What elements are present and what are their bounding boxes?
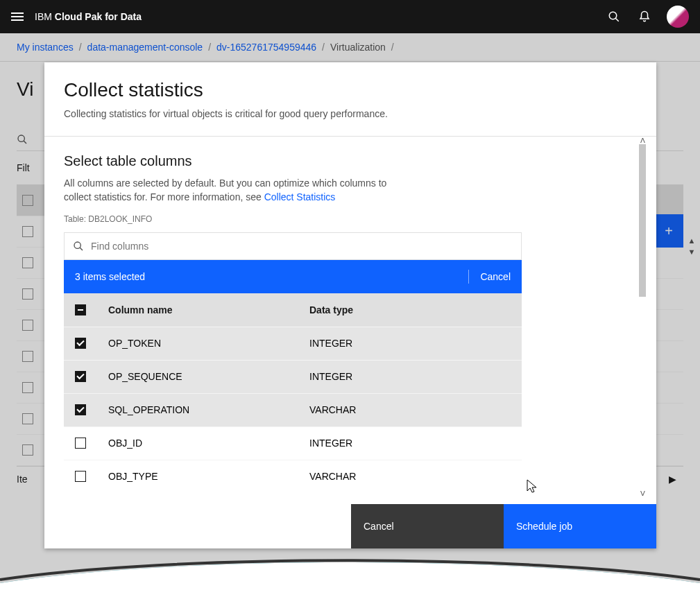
divider: [468, 270, 469, 284]
modal-title: Collect statistics: [64, 79, 637, 101]
search-icon: [73, 241, 84, 252]
table-row[interactable]: OBJ_TYPEVARCHAR: [64, 460, 522, 493]
column-type: VARCHAR: [309, 404, 511, 415]
row-checkbox[interactable]: [75, 404, 86, 415]
column-name: SQL_OPERATION: [108, 404, 309, 415]
menu-icon[interactable]: [11, 12, 24, 21]
selection-count: 3 items selected: [75, 271, 145, 282]
section-description: All columns are selected by default. But…: [64, 176, 397, 205]
selection-bar: 3 items selected Cancel: [64, 260, 522, 293]
svg-line-5: [80, 248, 83, 250]
modal-footer: Cancel Schedule job: [44, 504, 656, 548]
column-name: OP_TOKEN: [108, 338, 309, 349]
find-columns-input[interactable]: [91, 241, 513, 252]
table-header: Column name Data type: [64, 293, 522, 327]
column-name: OBJ_TYPE: [108, 471, 309, 482]
avatar[interactable]: [667, 6, 689, 28]
table-row[interactable]: OP_SEQUENCEINTEGER: [64, 360, 522, 393]
svg-line-1: [615, 18, 619, 21]
table-row[interactable]: OP_TOKENINTEGER: [64, 327, 522, 360]
row-checkbox[interactable]: [75, 471, 86, 482]
column-type: INTEGER: [309, 371, 511, 382]
brand-label: IBM Cloud Pak for Data: [35, 11, 142, 22]
column-header-name: Column name: [108, 304, 309, 315]
collect-statistics-link[interactable]: Collect Statistics: [264, 191, 336, 202]
column-name: OBJ_ID: [108, 438, 309, 449]
decorative-wave: [0, 555, 700, 597]
modal-subtitle: Collecting statistics for virtual object…: [64, 108, 637, 119]
scroll-up-icon[interactable]: ᐱ: [640, 137, 645, 144]
selection-cancel-button[interactable]: Cancel: [480, 271, 511, 282]
notification-icon[interactable]: [636, 8, 653, 25]
row-checkbox[interactable]: [75, 338, 86, 349]
columns-table: Column name Data type OP_TOKENINTEGEROP_…: [64, 293, 522, 493]
column-name: OP_SEQUENCE: [108, 371, 309, 382]
scroll-down-icon[interactable]: ᐯ: [640, 490, 645, 497]
search-icon[interactable]: [606, 8, 622, 25]
table-row[interactable]: SQL_OPERATIONVARCHAR: [64, 393, 522, 426]
schedule-job-button[interactable]: Schedule job: [504, 504, 656, 548]
top-header: IBM Cloud Pak for Data: [0, 0, 700, 33]
column-type: INTEGER: [309, 438, 511, 449]
column-header-type: Data type: [309, 304, 511, 315]
find-columns-search[interactable]: [64, 232, 522, 260]
row-checkbox[interactable]: [75, 371, 86, 382]
column-type: VARCHAR: [309, 471, 511, 482]
cancel-button[interactable]: Cancel: [351, 504, 504, 548]
svg-point-0: [609, 12, 617, 19]
collect-statistics-modal: Collect statistics Collecting statistics…: [44, 62, 656, 548]
modal-scrollbar[interactable]: ᐱ ᐯ: [637, 137, 648, 497]
table-row[interactable]: OBJ_IDINTEGER: [64, 426, 522, 460]
svg-point-4: [74, 242, 80, 248]
section-title: Select table columns: [64, 153, 637, 169]
column-type: INTEGER: [309, 338, 511, 349]
table-name-label: Table: DB2LOOK_INFO: [64, 214, 637, 224]
row-checkbox[interactable]: [75, 438, 86, 449]
select-all-checkbox[interactable]: [75, 304, 86, 315]
